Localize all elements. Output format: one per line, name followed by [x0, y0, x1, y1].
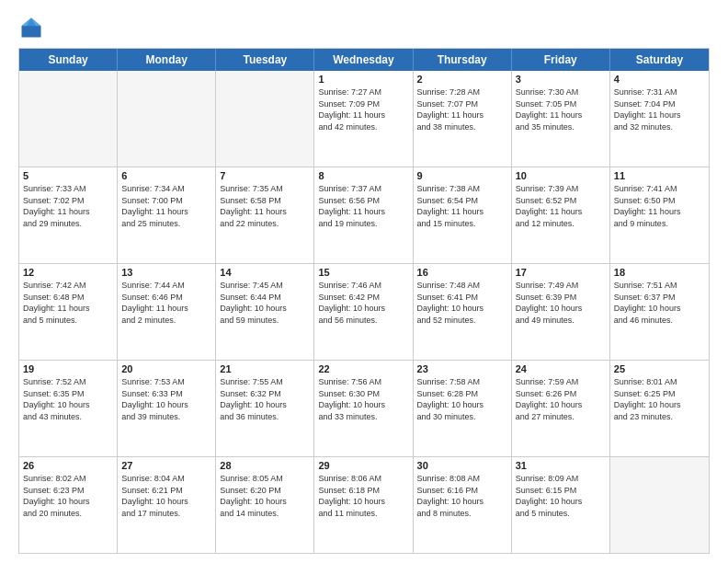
day-cell-22: 22Sunrise: 7:56 AMSunset: 6:30 PMDayligh…: [314, 361, 413, 456]
day-number: 18: [614, 267, 705, 278]
day-cell-31: 31Sunrise: 8:09 AMSunset: 6:15 PMDayligh…: [512, 457, 610, 553]
cell-line: Sunset: 7:04 PM: [614, 98, 705, 110]
logo-icon: [18, 15, 44, 40]
cell-line: Sunset: 6:21 PM: [121, 485, 211, 497]
cell-line: Sunset: 7:09 PM: [318, 98, 408, 110]
day-cell-18: 18Sunrise: 7:51 AMSunset: 6:37 PMDayligh…: [610, 264, 709, 360]
cell-line: Sunset: 6:32 PM: [220, 388, 310, 400]
cell-line: Sunrise: 7:42 AM: [23, 280, 113, 292]
day-cell-10: 10Sunrise: 7:39 AMSunset: 6:52 PMDayligh…: [512, 167, 610, 263]
cell-line: Sunrise: 7:37 AM: [318, 183, 408, 195]
cell-line: and 33 minutes.: [318, 411, 408, 423]
cell-line: Sunset: 6:35 PM: [23, 388, 113, 400]
cell-line: Sunset: 7:02 PM: [23, 195, 113, 207]
cell-line: Sunrise: 7:55 AM: [220, 376, 310, 388]
day-number: 5: [23, 170, 113, 181]
cell-line: and 36 minutes.: [220, 411, 310, 423]
day-cell-20: 20Sunrise: 7:53 AMSunset: 6:33 PMDayligh…: [118, 361, 216, 456]
cell-line: Sunrise: 7:56 AM: [318, 376, 408, 388]
cell-line: Sunrise: 7:38 AM: [417, 183, 507, 195]
cell-line: and 52 minutes.: [417, 315, 507, 327]
cell-line: Sunrise: 7:41 AM: [614, 183, 705, 195]
cell-line: Daylight: 10 hours: [318, 303, 408, 315]
cell-line: and 11 minutes.: [318, 508, 408, 520]
day-cell-5: 5Sunrise: 7:33 AMSunset: 7:02 PMDaylight…: [19, 167, 118, 263]
cell-line: Sunrise: 7:58 AM: [417, 376, 507, 388]
cell-line: Daylight: 10 hours: [516, 399, 606, 411]
cell-line: and 17 minutes.: [121, 508, 211, 520]
calendar: SundayMondayTuesdayWednesdayThursdayFrid…: [18, 48, 710, 554]
cell-line: Daylight: 11 hours: [121, 206, 211, 218]
day-number: 28: [220, 460, 310, 471]
cell-line: Sunrise: 7:39 AM: [516, 183, 606, 195]
day-cell-15: 15Sunrise: 7:46 AMSunset: 6:42 PMDayligh…: [314, 264, 413, 360]
cell-line: and 56 minutes.: [318, 315, 408, 327]
cell-line: and 9 minutes.: [614, 218, 705, 230]
day-number: 31: [516, 460, 606, 471]
day-header-friday: Friday: [512, 49, 610, 71]
cell-line: Sunset: 6:44 PM: [220, 292, 310, 304]
day-number: 14: [220, 267, 310, 278]
cell-line: and 22 minutes.: [220, 218, 310, 230]
day-header-wednesday: Wednesday: [314, 49, 413, 71]
cell-line: Daylight: 10 hours: [121, 496, 211, 508]
cell-line: and 29 minutes.: [23, 218, 113, 230]
cell-line: and 15 minutes.: [417, 218, 507, 230]
cell-line: Sunrise: 7:59 AM: [516, 376, 606, 388]
cell-line: Sunset: 6:58 PM: [220, 195, 310, 207]
cell-line: Sunrise: 8:02 AM: [23, 473, 113, 485]
day-cell-2: 2Sunrise: 7:28 AMSunset: 7:07 PMDaylight…: [414, 71, 512, 167]
cell-line: and 30 minutes.: [417, 411, 507, 423]
cell-line: Sunrise: 7:49 AM: [516, 280, 606, 292]
cell-line: Sunrise: 8:05 AM: [220, 473, 310, 485]
cell-line: and 43 minutes.: [23, 411, 113, 423]
cell-line: Daylight: 10 hours: [516, 303, 606, 315]
cell-line: and 20 minutes.: [23, 508, 113, 520]
empty-cell-0-2: [216, 71, 314, 167]
day-cell-4: 4Sunrise: 7:31 AMSunset: 7:04 PMDaylight…: [610, 71, 709, 167]
cell-line: and 5 minutes.: [23, 315, 113, 327]
calendar-row-0: 1Sunrise: 7:27 AMSunset: 7:09 PMDaylight…: [19, 71, 709, 167]
day-cell-9: 9Sunrise: 7:38 AMSunset: 6:54 PMDaylight…: [414, 167, 512, 263]
cell-line: Sunset: 6:39 PM: [516, 292, 606, 304]
cell-line: and 19 minutes.: [318, 218, 408, 230]
day-number: 26: [23, 460, 113, 471]
cell-line: Sunset: 6:56 PM: [318, 195, 408, 207]
day-number: 23: [417, 363, 507, 374]
cell-line: Sunset: 6:15 PM: [516, 485, 606, 497]
cell-line: Daylight: 10 hours: [417, 399, 507, 411]
day-number: 17: [516, 267, 606, 278]
cell-line: Sunrise: 8:04 AM: [121, 473, 211, 485]
day-number: 10: [516, 170, 606, 181]
cell-line: Sunrise: 7:51 AM: [614, 280, 705, 292]
cell-line: Sunset: 6:16 PM: [417, 485, 507, 497]
cell-line: Sunrise: 7:33 AM: [23, 183, 113, 195]
day-number: 8: [318, 170, 408, 181]
calendar-header: SundayMondayTuesdayWednesdayThursdayFrid…: [19, 49, 709, 71]
cell-line: Daylight: 10 hours: [614, 303, 705, 315]
day-header-tuesday: Tuesday: [216, 49, 314, 71]
day-cell-21: 21Sunrise: 7:55 AMSunset: 6:32 PMDayligh…: [216, 361, 314, 456]
cell-line: Sunset: 6:33 PM: [121, 388, 211, 400]
day-cell-30: 30Sunrise: 8:08 AMSunset: 6:16 PMDayligh…: [414, 457, 512, 553]
cell-line: Sunrise: 7:28 AM: [417, 86, 507, 98]
cell-line: Sunset: 6:50 PM: [614, 195, 705, 207]
day-number: 22: [318, 363, 408, 374]
cell-line: Daylight: 10 hours: [516, 496, 606, 508]
day-cell-28: 28Sunrise: 8:05 AMSunset: 6:20 PMDayligh…: [216, 457, 314, 553]
day-cell-8: 8Sunrise: 7:37 AMSunset: 6:56 PMDaylight…: [314, 167, 413, 263]
logo: [18, 15, 48, 40]
day-header-sunday: Sunday: [19, 49, 118, 71]
cell-line: and 14 minutes.: [220, 508, 310, 520]
day-cell-23: 23Sunrise: 7:58 AMSunset: 6:28 PMDayligh…: [414, 361, 512, 456]
cell-line: and 42 minutes.: [318, 121, 408, 133]
cell-line: Sunrise: 8:01 AM: [614, 376, 705, 388]
day-cell-24: 24Sunrise: 7:59 AMSunset: 6:26 PMDayligh…: [512, 361, 610, 456]
cell-line: Sunset: 7:00 PM: [121, 195, 211, 207]
cell-line: Sunset: 6:42 PM: [318, 292, 408, 304]
day-number: 13: [121, 267, 211, 278]
cell-line: and 2 minutes.: [121, 315, 211, 327]
cell-line: Sunset: 7:05 PM: [516, 98, 606, 110]
calendar-row-3: 19Sunrise: 7:52 AMSunset: 6:35 PMDayligh…: [19, 360, 709, 456]
cell-line: Sunrise: 8:06 AM: [318, 473, 408, 485]
